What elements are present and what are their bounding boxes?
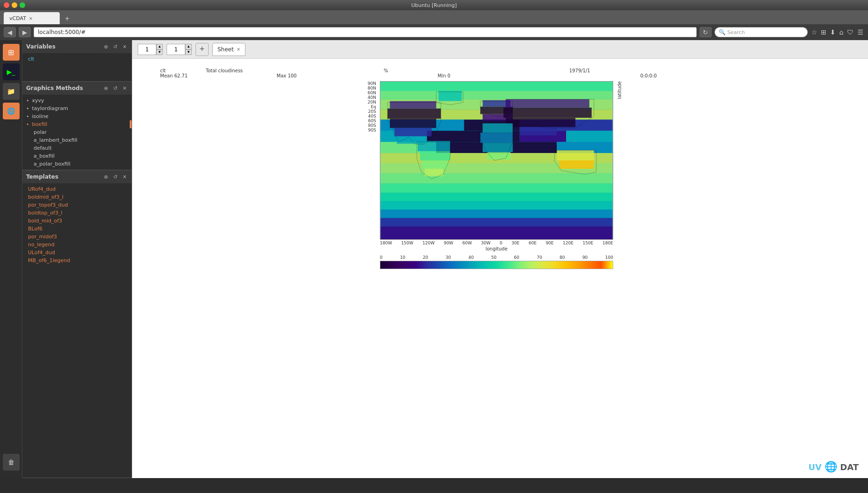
svg-rect-33 — [504, 108, 592, 118]
gm-boxfill[interactable]: • boxfill — [22, 120, 132, 128]
ytick-60n: 60N — [362, 90, 376, 95]
ctick-90: 90 — [582, 255, 588, 260]
vcdat-toolbar: ▲ ▼ ▲ ▼ + Sheet × — [132, 40, 868, 59]
tmpl-boldtop[interactable]: boldtop_of3_l — [22, 209, 132, 217]
window-controls[interactable] — [4, 2, 25, 8]
sheet-tab[interactable]: Sheet × — [212, 43, 245, 56]
gm-isoline-label: isoline — [32, 113, 49, 119]
tmpl-refresh-icon[interactable]: ↺ — [112, 174, 119, 180]
sidebar-btn-browser[interactable]: 🌐 — [3, 103, 20, 119]
home-icon[interactable]: ⌂ — [839, 28, 845, 37]
gm-xyvy[interactable]: • xyvy — [22, 97, 132, 104]
gm-isoline[interactable]: • isoline — [22, 112, 132, 120]
tab-close-icon[interactable]: × — [29, 16, 33, 21]
gm-refresh-icon[interactable]: ↺ — [112, 85, 119, 91]
svg-rect-18 — [380, 184, 612, 193]
variable-clt[interactable]: clt — [22, 55, 132, 63]
graphics-methods-title: Graphics Methods — [26, 85, 83, 91]
tmpl-boldmid[interactable]: boldmid_of3_l — [22, 193, 132, 201]
forward-button[interactable]: ▶ — [19, 27, 31, 37]
star-icon[interactable]: ☆ — [811, 28, 819, 37]
minimize-button[interactable] — [12, 2, 17, 8]
plot-mean: Mean 62.71 — [160, 73, 188, 78]
sidebar-btn-files[interactable]: 📁 — [3, 83, 20, 100]
tmpl-nolegend[interactable]: no_legend — [22, 241, 132, 249]
back-button[interactable]: ◀ — [4, 27, 16, 37]
tmpl-urof4[interactable]: URof4_dud — [22, 185, 132, 193]
window-title: Ubuntu [Running] — [411, 2, 456, 8]
ytick-20s: 20S — [362, 109, 376, 114]
row-up-button[interactable]: ▲ — [156, 44, 163, 49]
gm-polar[interactable]: polar — [22, 128, 132, 136]
row-down-button[interactable]: ▼ — [156, 49, 163, 55]
bookmark-icon[interactable]: ⊞ — [820, 28, 827, 37]
tmpl-ulof4[interactable]: ULof4_dud — [22, 249, 132, 257]
templates-title: Templates — [26, 174, 58, 180]
xtick-30w: 30W — [481, 241, 490, 245]
sheet-close-icon[interactable]: × — [237, 47, 240, 52]
gm-lambert[interactable]: a_lambert_boxfill — [22, 136, 132, 144]
ytick-90n: 90N — [362, 81, 376, 86]
tmpl-add-icon[interactable]: ⊕ — [103, 174, 109, 180]
svg-rect-45 — [559, 160, 594, 169]
url-bar[interactable]: localhost:5000/# — [34, 27, 697, 37]
variables-refresh-icon[interactable]: ↺ — [112, 43, 119, 50]
gm-default[interactable]: default — [22, 144, 132, 152]
col-down-button[interactable]: ▼ — [185, 49, 192, 55]
add-sheet-button[interactable]: + — [196, 43, 209, 56]
tmpl-boldmidof3[interactable]: bold_mid_of3 — [22, 217, 132, 225]
plot-variable: clt — [160, 68, 166, 73]
close-button[interactable] — [4, 2, 9, 8]
nav-bar: ◀ ▶ localhost:5000/# ↻ 🔍 Search ☆ ⊞ ⬇ ⌂ … — [0, 24, 868, 40]
variables-settings-icon[interactable]: ✕ — [121, 43, 128, 50]
col-spin-buttons[interactable]: ▲ ▼ — [185, 44, 192, 55]
variables-content: clt — [22, 53, 132, 81]
ctick-30: 30 — [446, 255, 451, 260]
xtick-90w: 90W — [444, 241, 453, 245]
sidebar-btn-terminal[interactable]: ▶_ — [3, 63, 20, 80]
maximize-button[interactable] — [20, 2, 25, 8]
trash-button[interactable]: 🗑 — [3, 454, 20, 471]
new-tab-button[interactable]: + — [62, 13, 73, 24]
row-spinner[interactable]: ▲ ▼ — [138, 44, 163, 55]
tmpl-close-icon[interactable]: ✕ — [121, 174, 128, 180]
xtick-120w: 120W — [422, 241, 434, 245]
menu-icon[interactable]: ☰ — [856, 28, 864, 37]
xtick-60e: 60E — [529, 241, 537, 245]
tmpl-mb[interactable]: MB_of6_1legend — [22, 257, 132, 264]
ytick-80s: 80S — [362, 123, 376, 128]
row-input[interactable] — [138, 44, 156, 55]
col-input[interactable] — [167, 44, 185, 55]
svg-rect-37 — [480, 132, 513, 143]
gm-taylordiagram[interactable]: • taylordiagram — [22, 104, 132, 112]
svg-rect-42 — [422, 160, 448, 169]
svg-rect-11 — [566, 131, 612, 142]
xtick-0: 0 — [500, 241, 503, 245]
svg-rect-21 — [380, 209, 612, 218]
gm-aboxfill[interactable]: a_boxfill — [22, 152, 132, 160]
active-tab[interactable]: vCDAT × — [4, 12, 60, 24]
row-spin-buttons[interactable]: ▲ ▼ — [156, 44, 163, 55]
ctick-80: 80 — [560, 255, 565, 260]
svg-rect-41 — [420, 151, 450, 160]
tmpl-portopof3[interactable]: por_topof3_dud — [22, 201, 132, 209]
gm-add-icon[interactable]: ⊕ — [103, 85, 109, 91]
gm-xyvy-label: xyvy — [32, 97, 44, 104]
sheet-label: Sheet — [217, 46, 234, 53]
gm-apolarboxfill[interactable]: a_polar_boxfill — [22, 160, 132, 168]
variables-add-icon[interactable]: ⊕ — [103, 43, 109, 50]
sidebar-btn-1[interactable]: ⊞ — [3, 44, 20, 61]
ytick-40s: 40S — [362, 114, 376, 118]
search-bar[interactable]: 🔍 Search — [714, 27, 808, 37]
shield-icon[interactable]: 🛡 — [846, 28, 854, 37]
gm-close-icon[interactable]: ✕ — [121, 85, 128, 91]
graphics-methods-header: Graphics Methods ⊕ ↺ ✕ — [22, 82, 132, 95]
download-icon[interactable]: ⬇ — [829, 28, 837, 37]
col-spinner[interactable]: ▲ ▼ — [167, 44, 192, 55]
tmpl-pormidof3[interactable]: por_midof3 — [22, 233, 132, 241]
svg-rect-34 — [506, 118, 575, 127]
tmpl-blof6[interactable]: BLof6 — [22, 225, 132, 233]
svg-rect-24 — [390, 101, 436, 109]
col-up-button[interactable]: ▲ — [185, 44, 192, 49]
refresh-button[interactable]: ↻ — [700, 27, 712, 37]
